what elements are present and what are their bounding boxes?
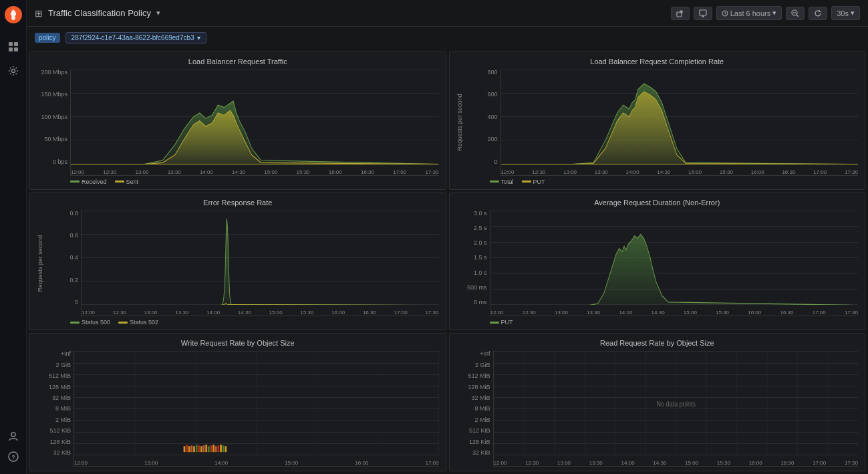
y-label: 1.5 s	[456, 255, 487, 261]
x-label: 13:00	[144, 460, 158, 466]
x-label: 16:30	[780, 310, 793, 316]
chart-area-write: +Inf 2 GiB 512 MiB 128 MiB 32 MiB 8 MiB …	[37, 351, 439, 467]
chart-title-error: Error Response Rate	[37, 199, 439, 207]
y-axis-duration: 3.0 s 2.5 s 2.0 s 1.5 s 1.0 s 500 ms 0 m…	[456, 211, 490, 317]
settings-gear-icon[interactable]	[5, 63, 21, 79]
svg-point-6	[11, 433, 15, 437]
share-button[interactable]	[671, 7, 690, 20]
monitor-button[interactable]	[694, 7, 712, 20]
svg-rect-29	[212, 445, 214, 452]
x-label: 16:30	[363, 310, 376, 316]
chart-title-completion: Load Balancer Request Completion Rate	[456, 57, 859, 66]
top-header: ⊞ Traffic Classification Policy ▾ Last 6…	[27, 0, 868, 27]
x-label: 13:00	[135, 169, 148, 175]
chart-svg-write	[74, 351, 439, 455]
svg-rect-2	[14, 42, 18, 46]
svg-rect-33	[223, 446, 225, 453]
x-label: 16:00	[748, 310, 761, 316]
zoom-out-button[interactable]	[786, 7, 805, 20]
x-label: 15:00	[685, 460, 698, 466]
y-label: 200	[467, 136, 498, 142]
x-label: 13:30	[587, 310, 600, 316]
svg-text:?: ?	[11, 454, 15, 461]
x-label: 15:30	[300, 310, 313, 316]
header-right-section: Last 6 hours ▾ 30s ▾	[671, 6, 860, 20]
svg-rect-21	[193, 447, 195, 453]
help-question-icon[interactable]: ?	[5, 449, 21, 465]
legend-color-500	[70, 322, 80, 324]
filter-value-dropdown[interactable]: 287f2924-c1e7-43aa-8622-bfc669ed7cb3 ▾	[65, 32, 206, 43]
x-label: 16:00	[355, 460, 368, 466]
chart-svg-error	[82, 211, 439, 306]
x-label: 16:00	[749, 460, 762, 466]
x-label: 17:30	[425, 310, 438, 316]
chart-area-duration: 3.0 s 2.5 s 2.0 s 1.5 s 1.0 s 500 ms 0 m…	[456, 211, 859, 317]
y-label: 8 MiB	[37, 406, 71, 412]
x-label: 13:00	[563, 169, 577, 175]
y-label: 512 MiB	[37, 373, 71, 379]
legend-traffic: Received Sent	[37, 179, 439, 185]
x-label: 12:00	[490, 310, 504, 316]
x-label: 15:00	[285, 460, 298, 466]
chart-title-read: Read Request Rate by Object Size	[456, 339, 859, 347]
y-label: 32 KiB	[37, 450, 71, 456]
refresh-button[interactable]	[809, 7, 827, 20]
legend-status500: Status 500	[70, 319, 110, 326]
filter-tag-label: policy	[35, 33, 60, 43]
refresh-interval-button[interactable]: 30s ▾	[831, 6, 860, 20]
legend-status502: Status 502	[118, 319, 158, 326]
x-axis-error: 12:00 12:30 13:00 13:30 14:00 14:30 15:0…	[82, 308, 439, 316]
y-axis-title-error: Requests per second	[37, 211, 46, 317]
title-dropdown-button[interactable]: ▾	[156, 9, 160, 17]
user-profile-icon[interactable]	[5, 429, 21, 445]
chart-svg-read: No data points	[494, 351, 859, 455]
legend-label-total: Total	[501, 179, 514, 185]
y-label: 0.8	[47, 211, 78, 217]
y-label: 8 MiB	[456, 406, 490, 412]
chart-inner-error: 12:00 12:30 13:00 13:30 14:00 14:30 15:0…	[81, 211, 439, 317]
svg-rect-28	[210, 446, 212, 453]
legend-color-sent	[115, 181, 124, 183]
x-label: 13:30	[589, 460, 603, 466]
y-label: 600	[467, 92, 498, 98]
svg-rect-32	[220, 445, 222, 452]
x-label: 15:00	[264, 169, 277, 175]
svg-rect-22	[196, 445, 198, 452]
y-label-traffic-0: 200 Mbps	[37, 70, 67, 76]
y-label-traffic-4: 0 bps	[37, 159, 67, 165]
apps-grid-icon[interactable]	[5, 39, 21, 55]
x-label: 12:30	[523, 310, 536, 316]
svg-rect-19	[188, 447, 190, 453]
completion-rate-panel: Load Balancer Request Completion Rate Re…	[449, 51, 866, 190]
time-range-button[interactable]: Last 6 hours ▾	[716, 6, 782, 20]
y-label: 0.4	[47, 255, 78, 261]
chart-inner-read: No data points 12:00 12:30 13:00 13:30 1…	[493, 351, 859, 467]
app-logo[interactable]	[4, 5, 23, 24]
filter-value-chevron-icon: ▾	[197, 34, 200, 41]
avg-duration-panel: Average Request Duration (Non-Error) 3.0…	[449, 193, 866, 331]
x-label: 14:30	[657, 169, 670, 175]
x-label: 14:00	[626, 169, 639, 175]
y-label: 0.2	[47, 277, 78, 283]
legend-label-sent: Sent	[126, 179, 139, 185]
x-label: 12:00	[74, 460, 88, 466]
x-label: 15:30	[717, 460, 730, 466]
time-range-label: Last 6 hours	[730, 9, 771, 17]
y-label: 1.0 s	[456, 270, 487, 276]
x-label: 14:30	[238, 310, 251, 316]
x-label: 15:30	[297, 169, 310, 175]
error-response-panel: Error Response Rate Requests per second …	[29, 193, 446, 331]
y-label: +Inf	[37, 351, 71, 357]
chart-inner-traffic: 12:00 12:30 13:00 13:30 14:00 14:30 15:0…	[70, 70, 439, 176]
svg-point-5	[11, 70, 15, 73]
y-label: 128 KiB	[37, 439, 71, 445]
x-label: 17:00	[813, 169, 827, 175]
y-label: 0 ms	[456, 300, 487, 306]
svg-rect-24	[200, 447, 202, 453]
x-label: 14:00	[206, 310, 220, 316]
chart-area-traffic: 200 Mbps 150 Mbps 100 Mbps 50 Mbps 0 bps	[37, 70, 439, 176]
x-label: 12:30	[103, 169, 116, 175]
x-label: 13:30	[168, 169, 181, 175]
x-label: 14:00	[214, 460, 228, 466]
x-label: 17:00	[425, 460, 438, 466]
